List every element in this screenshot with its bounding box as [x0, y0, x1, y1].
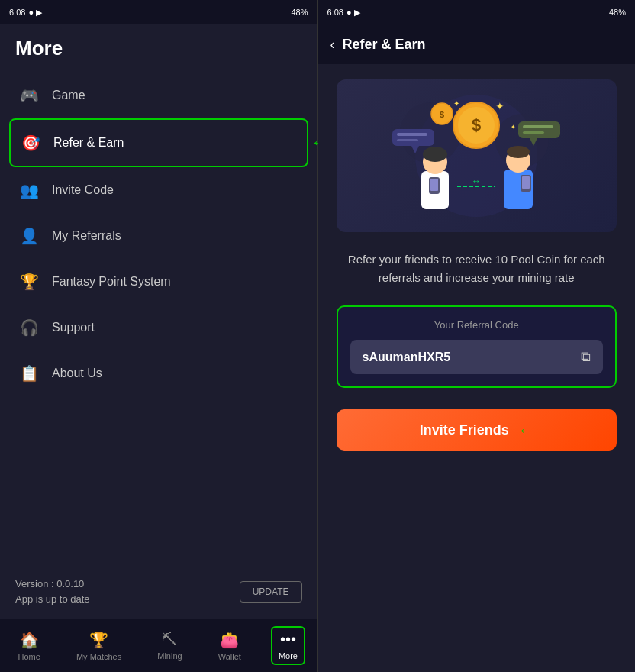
refer-description: Refer your friends to receive 10 Pool Co… [337, 250, 617, 287]
left-panel: 6:08 ● ▶ 48% More 🎮 Game 🎯 Refer & Earn … [0, 0, 318, 672]
svg-rect-15 [518, 121, 560, 138]
nav-label-my-matches: My Matches [76, 652, 121, 661]
nav-item-home[interactable]: 🏠 Home [12, 628, 47, 664]
referral-code-row: sAuumanHXR5 ⧉ [350, 340, 604, 374]
more-nav-icon: ••• [280, 631, 296, 648]
menu-label-invite-code: Invite Code [52, 183, 114, 197]
nav-label-more: More [279, 651, 298, 661]
svg-text:$: $ [440, 110, 444, 119]
battery-left: 48% [291, 8, 308, 17]
about-us-icon: 📋 [18, 363, 40, 384]
version-sublabel: App is up to date [15, 592, 90, 607]
bottom-nav-left: 🏠 Home 🏆 My Matches ⛏ Mining 👛 Wallet ••… [0, 619, 318, 672]
invite-btn-label: Invite Friends [420, 422, 509, 438]
invite-code-icon: 👥 [18, 179, 40, 201]
left-status-bar: 6:08 ● ▶ 48% [0, 0, 318, 24]
referral-code-label: Your Referral Code [350, 319, 604, 331]
wallet-nav-icon: 👛 [220, 631, 239, 649]
nav-item-my-matches[interactable]: 🏆 My Matches [70, 628, 127, 664]
svg-text:✦: ✦ [511, 124, 516, 131]
svg-point-26 [507, 146, 530, 158]
svg-rect-18 [523, 131, 544, 134]
right-status-left: 6:08 ● ▶ [327, 8, 360, 18]
home-nav-icon: 🏠 [20, 631, 39, 649]
right-panel: 6:08 ● ▶ 48% ‹ Refer & Earn $ $ [318, 0, 636, 672]
menu-list: 🎮 Game 🎯 Refer & Earn ← 👥 Invite Code 👤 … [0, 69, 318, 567]
version-section: Version : 0.0.10 App is up to date UPDAT… [0, 567, 318, 619]
mining-nav-icon: ⛏ [162, 631, 177, 648]
right-page-title: Refer & Earn [343, 37, 426, 53]
my-matches-nav-icon: 🏆 [89, 631, 108, 649]
menu-label-game: Game [52, 89, 85, 102]
back-button[interactable]: ‹ [330, 37, 335, 53]
svg-rect-23 [430, 179, 438, 191]
menu-label-support: Support [52, 321, 95, 334]
svg-text:↔: ↔ [472, 176, 481, 186]
svg-rect-13 [397, 133, 427, 136]
time-right: 6:08 [327, 8, 343, 17]
nav-item-wallet[interactable]: 👛 Wallet [212, 628, 247, 664]
update-button[interactable]: UPDATE [240, 581, 302, 603]
menu-item-my-referrals[interactable]: 👤 My Referrals [9, 213, 308, 259]
svg-rect-28 [522, 176, 530, 189]
status-left: 6:08 ● ▶ [9, 8, 42, 18]
menu-item-invite-code[interactable]: 👥 Invite Code [9, 167, 308, 213]
fantasy-point-icon: 🏆 [18, 271, 40, 292]
illustration-area: $ $ ✦ ✦ ✦ [337, 79, 617, 232]
right-header: ‹ Refer & Earn [318, 24, 636, 64]
status-right: 48% [291, 8, 308, 17]
status-icons-left: ● ▶ [28, 8, 42, 18]
version-info: Version : 0.0.10 App is up to date [15, 577, 90, 606]
nav-label-wallet: Wallet [218, 652, 241, 661]
referral-code-box: Your Referral Code sAuumanHXR5 ⧉ [337, 305, 617, 388]
status-icons-right: ● ▶ [347, 8, 360, 18]
nav-item-mining[interactable]: ⛏ Mining [151, 628, 188, 664]
svg-rect-14 [397, 139, 418, 141]
invite-friends-button[interactable]: Invite Friends ← [337, 409, 617, 451]
menu-item-refer-earn[interactable]: 🎯 Refer & Earn ← [9, 118, 308, 167]
game-icon: 🎮 [18, 85, 40, 106]
menu-label-my-referrals: My Referrals [52, 229, 121, 243]
version-label: Version : 0.0.10 [15, 577, 90, 592]
right-status-right: 48% [609, 8, 626, 17]
menu-item-game[interactable]: 🎮 Game [9, 73, 308, 118]
menu-item-about-us[interactable]: 📋 About Us [9, 351, 308, 396]
nav-item-more[interactable]: ••• More [271, 626, 305, 665]
refer-earn-icon: 🎯 [20, 132, 41, 153]
nav-label-mining: Mining [157, 651, 182, 661]
my-referrals-icon: 👤 [18, 225, 40, 247]
svg-point-21 [423, 147, 447, 162]
time-left: 6:08 [9, 8, 25, 17]
nav-label-home: Home [18, 652, 40, 661]
menu-label-fantasy-point: Fantasy Point System [52, 275, 171, 289]
svg-text:✦: ✦ [453, 99, 459, 108]
svg-rect-17 [523, 125, 553, 128]
right-content: $ $ ✦ ✦ ✦ [318, 64, 636, 672]
invite-arrow-icon: ← [518, 422, 533, 439]
menu-item-support[interactable]: 🎧 Support [9, 305, 308, 351]
page-title: More [0, 24, 318, 69]
battery-right: 48% [609, 8, 626, 17]
svg-text:✦: ✦ [495, 100, 504, 112]
menu-label-about-us: About Us [52, 367, 102, 380]
menu-item-fantasy-point[interactable]: 🏆 Fantasy Point System [9, 259, 308, 305]
refer-earn-illustration: $ $ ✦ ✦ ✦ [369, 87, 583, 225]
menu-label-refer-earn: Refer & Earn [53, 136, 124, 150]
svg-rect-11 [392, 129, 434, 146]
svg-text:$: $ [472, 115, 481, 134]
right-status-bar: 6:08 ● ▶ 48% [318, 0, 636, 24]
copy-icon[interactable]: ⧉ [581, 349, 591, 365]
referral-code-value: sAuumanHXR5 [363, 351, 451, 364]
support-icon: 🎧 [18, 317, 40, 338]
